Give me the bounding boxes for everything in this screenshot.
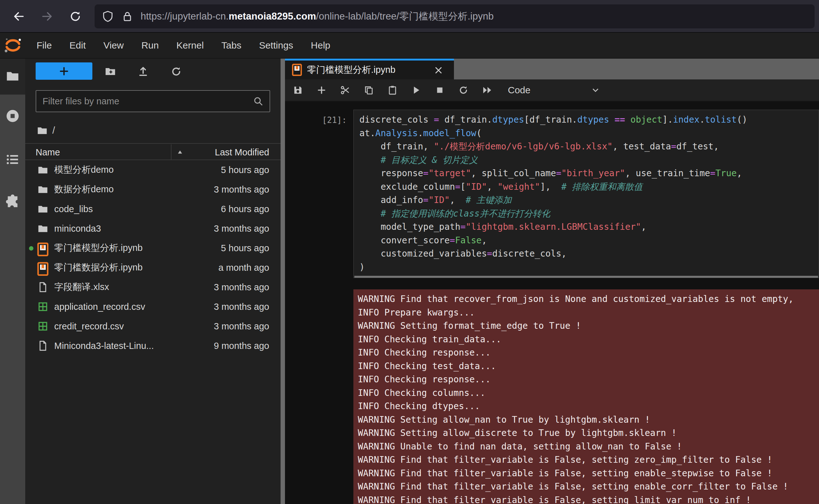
file-browser-icon[interactable] (4, 68, 21, 84)
code-line: exclude_column=["ID", "weight"], # 排除权重和… (359, 180, 819, 194)
code-line: # 指定使用训练的class并不进行打分转化 (359, 207, 819, 221)
table-of-contents-icon[interactable] (4, 151, 21, 168)
file-modified: 5 hours ago (221, 238, 269, 258)
panel-splitter[interactable] (281, 59, 285, 504)
lock-icon[interactable] (121, 10, 134, 23)
menu-item-help[interactable]: Help (302, 32, 339, 58)
output-line: WARNING Find that filter_variable is Fal… (358, 480, 819, 494)
reload-icon[interactable] (67, 8, 84, 25)
file-row[interactable]: 数据分析demo3 months ago (25, 180, 281, 199)
cut-button[interactable] (338, 79, 352, 101)
refresh-icon[interactable] (170, 66, 182, 78)
file-list-header: Name Last Modified (25, 143, 281, 160)
menu-item-run[interactable]: Run (133, 32, 168, 58)
file-row[interactable]: miniconda33 months ago (25, 219, 281, 238)
sort-up-icon[interactable] (176, 148, 184, 156)
restart-button[interactable] (456, 79, 471, 101)
file-name[interactable]: 字段翻译.xlsx (54, 277, 109, 297)
menu-item-kernel[interactable]: Kernel (168, 32, 213, 58)
back-icon[interactable] (11, 8, 27, 25)
code-cell[interactable]: discrete_cols = df_train.dtypes[df_train… (353, 110, 819, 278)
extensions-puzzle-icon[interactable] (4, 193, 21, 209)
run-button[interactable] (409, 79, 423, 101)
new-folder-icon[interactable] (104, 66, 116, 78)
file-row[interactable]: application_record.csv3 months ago (25, 297, 281, 316)
file-modified: 3 months ago (214, 277, 269, 297)
add-button[interactable] (314, 79, 329, 101)
menu-item-tabs[interactable]: Tabs (212, 32, 250, 58)
menu-item-settings[interactable]: Settings (250, 32, 302, 58)
running-kernels-icon[interactable] (4, 108, 21, 124)
column-name[interactable]: Name (36, 144, 60, 161)
file-row[interactable]: credit_record.csv3 months ago (25, 316, 281, 336)
filter-files-box (36, 90, 270, 112)
forward-icon[interactable] (39, 8, 55, 25)
cell-type-dropdown[interactable]: Code (508, 85, 601, 96)
file-icon (37, 340, 49, 351)
file-icon (37, 281, 49, 293)
file-row[interactable]: 字段翻译.xlsx3 months ago (25, 277, 281, 297)
file-name[interactable]: 模型分析demo (54, 160, 114, 180)
notebook-tab[interactable]: 零门槛模型分析.ipynb (285, 59, 454, 79)
file-modified: 3 months ago (214, 219, 269, 238)
stop-icon (434, 85, 445, 96)
save-button[interactable] (291, 79, 305, 101)
file-name[interactable]: miniconda3 (54, 219, 101, 238)
output-line: INFO Checking test_data... (358, 360, 819, 373)
breadcrumb[interactable]: / (37, 121, 55, 140)
paste-button[interactable] (385, 79, 400, 101)
running-dot (29, 246, 33, 251)
file-modified: 3 months ago (214, 316, 269, 336)
file-modified: 3 months ago (214, 180, 269, 199)
url-bar[interactable]: https://jupyterlab-cn.metanoia8295.com/o… (95, 4, 815, 28)
upload-icon[interactable] (137, 66, 149, 78)
home-folder-icon[interactable] (37, 125, 48, 136)
run-all-button[interactable] (480, 79, 494, 101)
csv-icon (37, 301, 49, 312)
file-name[interactable]: application_record.csv (54, 297, 145, 316)
new-launcher-button[interactable] (36, 62, 92, 80)
menu-bar: FileEditViewRunKernelTabsSettingsHelp (0, 33, 819, 59)
file-row[interactable]: 模型分析demo5 hours ago (25, 160, 281, 180)
file-name[interactable]: code_libs (54, 199, 93, 219)
shield-icon[interactable] (102, 10, 114, 23)
notebook-panel: 零门槛模型分析.ipynb Code [21]: discrete_cols =… (285, 59, 819, 504)
output-line: WARNING Setting allow_nan to True by lig… (358, 413, 819, 427)
code-editor[interactable]: discrete_cols = df_train.dtypes[df_train… (354, 110, 819, 275)
file-modified: a month ago (218, 258, 269, 277)
code-line: response="target", split_col_name="birth… (359, 167, 819, 180)
file-list: 模型分析demo5 hours ago数据分析demo3 months agoc… (25, 160, 281, 356)
file-row[interactable]: code_libs6 hours ago (25, 199, 281, 219)
code-line: add_info="ID", # 主键添加 (359, 194, 819, 207)
file-name[interactable]: credit_record.csv (54, 316, 124, 336)
menu-item-file[interactable]: File (28, 32, 61, 58)
copy-button[interactable] (362, 79, 376, 101)
file-row[interactable]: Miniconda3-latest-Linu...9 months ago (25, 336, 281, 356)
add-icon (316, 85, 327, 96)
file-row[interactable]: 零门槛模型分析.ipynb5 hours ago (25, 238, 281, 258)
menu-item-edit[interactable]: Edit (61, 32, 95, 58)
stop-button[interactable] (433, 79, 447, 101)
file-name[interactable]: 零门槛数据分析.ipynb (54, 258, 142, 277)
output-line: INFO Checking columns... (358, 386, 819, 400)
menu-item-view[interactable]: View (95, 32, 132, 58)
code-line: customized_variables=discrete_cols, (359, 247, 819, 261)
filter-files-input[interactable] (36, 96, 253, 107)
close-icon[interactable] (433, 65, 444, 76)
file-name[interactable]: 零门槛模型分析.ipynb (54, 238, 142, 258)
file-name[interactable]: 数据分析demo (54, 180, 114, 199)
restart-icon (458, 85, 469, 96)
output-line: INFO Checking response... (358, 373, 819, 386)
csv-icon (37, 321, 49, 332)
column-last-modified[interactable]: Last Modified (215, 144, 270, 161)
horizontal-scrollbar[interactable] (354, 276, 818, 278)
notebook-icon (37, 242, 49, 254)
jupyter-logo-icon (4, 36, 22, 55)
output-line: WARNING Find that filter_variable is Fal… (358, 494, 819, 504)
file-row[interactable]: 零门槛数据分析.ipynba month ago (25, 258, 281, 277)
output-line: INFO Prepare kwargs... (358, 306, 819, 320)
file-modified: 6 hours ago (221, 199, 269, 219)
file-name[interactable]: Miniconda3-latest-Linu... (54, 336, 154, 356)
cell-type-value: Code (508, 85, 531, 96)
code-line: df_train, "./模型分析demo/v6-lgb/v6-lgb.xlsx… (359, 140, 819, 154)
